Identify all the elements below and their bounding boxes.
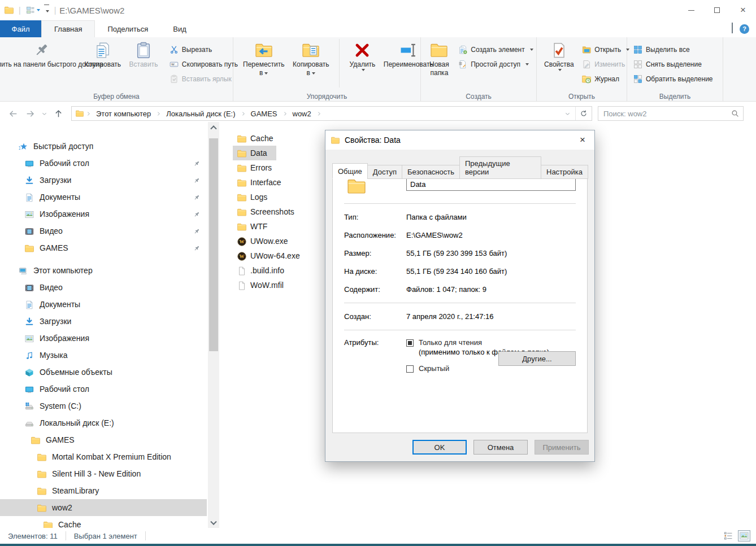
forward-button[interactable] xyxy=(21,106,38,121)
easy-access-button[interactable]: Простой доступ xyxy=(457,58,535,70)
scrollbar-thumb[interactable] xyxy=(209,138,218,351)
tab-view[interactable]: Вид xyxy=(160,20,199,37)
select-none-button[interactable]: Снять выделение xyxy=(632,58,715,70)
new-folder-button[interactable]: Новая папка xyxy=(427,39,452,78)
cut-button[interactable]: Вырезать xyxy=(168,43,240,55)
tree-item[interactable]: Mortal Kombat X Premium Edition xyxy=(0,448,207,465)
tree-item[interactable]: Видео xyxy=(0,279,207,296)
maximize-button[interactable] xyxy=(704,0,730,20)
property-label: На диске: xyxy=(344,267,406,276)
pin-to-quick-access-button[interactable]: Закрепить на панели быстрого доступа xyxy=(3,39,79,70)
tree-item[interactable]: Объемные объекты xyxy=(0,364,207,381)
help-button[interactable]: ? xyxy=(740,24,749,34)
details-view-button[interactable] xyxy=(722,530,735,541)
tab-file[interactable]: Файл xyxy=(0,20,41,37)
tree-item[interactable]: wow2 xyxy=(0,499,207,516)
dialog-tab[interactable]: Доступ xyxy=(367,165,402,179)
paste-shortcut-button[interactable]: Вставить ярлык xyxy=(168,73,240,85)
properties-button[interactable]: Свойства xyxy=(541,39,577,72)
qat-view-button[interactable] xyxy=(26,6,40,15)
back-button[interactable] xyxy=(5,106,21,121)
tree-item[interactable]: Видео xyxy=(0,222,207,239)
tree-scrollbar[interactable] xyxy=(208,122,219,528)
tree-item[interactable]: Документы xyxy=(0,296,207,313)
tree-item[interactable]: Быстрый доступ xyxy=(0,138,207,155)
file-item[interactable]: WTF xyxy=(233,219,276,234)
dialog-title-bar[interactable]: Свойства: Data xyxy=(325,130,594,150)
tab-home[interactable]: Главная xyxy=(41,20,95,37)
up-button[interactable] xyxy=(50,106,67,121)
address-bar[interactable]: Этот компьютер Локальный диск (E:) GAMES… xyxy=(71,106,592,121)
tree-item[interactable]: GAMES xyxy=(0,431,207,448)
tree-item[interactable]: Загрузки xyxy=(0,313,207,330)
history-button[interactable]: Журнал xyxy=(580,73,631,85)
folder-name-field[interactable] xyxy=(406,177,576,191)
copy-path-button[interactable]: Скопировать путь xyxy=(168,58,240,70)
open-button[interactable]: Открыть xyxy=(580,43,631,55)
edit-button[interactable]: Изменить xyxy=(580,58,631,70)
collapse-ribbon-button[interactable] xyxy=(732,24,733,34)
breadcrumb-item[interactable]: wow2 xyxy=(288,107,321,120)
new-item-button[interactable]: Создать элемент xyxy=(457,43,535,55)
ok-button[interactable]: OK xyxy=(412,440,467,455)
close-button[interactable]: × xyxy=(730,0,756,20)
tree-item[interactable]: Изображения xyxy=(0,206,207,222)
tree-item[interactable]: GAMES xyxy=(0,239,207,256)
address-dropdown-button[interactable] xyxy=(559,107,575,120)
file-item[interactable]: WoW.mfil xyxy=(233,278,293,292)
tree-item[interactable]: Локальный диск (E:) xyxy=(0,414,207,431)
search-input[interactable] xyxy=(602,109,731,119)
scroll-up-button[interactable] xyxy=(208,122,219,132)
recent-locations-button[interactable] xyxy=(38,106,50,121)
cancel-button[interactable]: Отмена xyxy=(473,440,528,455)
file-item[interactable]: Screenshots xyxy=(233,204,303,219)
breadcrumb-item[interactable]: Этот компьютер xyxy=(91,107,161,120)
tree-item[interactable]: Музыка xyxy=(0,347,207,364)
tree-item[interactable]: Рабочий стол xyxy=(0,381,207,398)
move-to-button[interactable]: Переместить в xyxy=(240,39,288,78)
search-icon[interactable] xyxy=(731,110,739,117)
tree-item[interactable]: Изображения xyxy=(0,330,207,347)
select-all-button[interactable]: Выделить все xyxy=(632,43,715,55)
tree-item[interactable]: Cache xyxy=(0,516,207,528)
tab-share[interactable]: Поделиться xyxy=(95,20,160,37)
refresh-button[interactable] xyxy=(576,107,592,120)
tree-item[interactable]: Загрузки xyxy=(0,172,207,189)
dialog-tab[interactable]: Настройка xyxy=(541,165,588,179)
tree-item[interactable]: SteamLibrary xyxy=(0,482,207,499)
other-attributes-button[interactable]: Другие... xyxy=(498,351,576,366)
copy-button[interactable]: Копировать xyxy=(81,39,124,70)
breadcrumb-item[interactable]: GAMES xyxy=(246,107,288,120)
invert-selection-button[interactable]: Обратить выделение xyxy=(632,73,715,85)
tree-item[interactable]: Этот компьютер xyxy=(0,262,207,279)
file-item[interactable]: Interface xyxy=(233,175,290,190)
dialog-tab[interactable]: Безопасность xyxy=(402,165,460,179)
file-item[interactable]: UWow.exe xyxy=(233,234,297,248)
readonly-checkbox-row[interactable]: Только для чтения xyxy=(406,338,549,347)
breadcrumb-item[interactable]: Локальный диск (E:) xyxy=(161,107,245,120)
file-item[interactable]: Errors xyxy=(233,160,281,175)
hidden-checkbox[interactable] xyxy=(406,365,414,373)
scroll-down-button[interactable] xyxy=(208,518,219,528)
dialog-close-button[interactable]: × xyxy=(571,130,594,150)
minimize-button[interactable] xyxy=(678,0,704,20)
dialog-tab[interactable]: Предыдущие версии xyxy=(459,156,541,179)
delete-button[interactable]: Удалить xyxy=(347,39,379,72)
readonly-checkbox[interactable] xyxy=(406,339,414,347)
dialog-tab[interactable]: Общие xyxy=(332,163,368,179)
tree-item[interactable]: Документы xyxy=(0,189,207,206)
tree-item[interactable]: Silent Hill 3 - New Edition xyxy=(0,465,207,482)
file-item[interactable]: Data xyxy=(233,146,276,160)
paste-button[interactable]: Вставить xyxy=(127,39,161,70)
file-item[interactable]: Cache xyxy=(233,131,282,146)
file-item[interactable]: Logs xyxy=(233,190,276,204)
file-item[interactable]: .build.info xyxy=(233,263,293,278)
tree-item[interactable]: Рабочий стол xyxy=(0,155,207,172)
copy-to-button[interactable]: Копировать в xyxy=(290,39,332,78)
customize-qat-button[interactable] xyxy=(44,5,49,16)
file-item[interactable]: UWow-64.exe xyxy=(233,248,309,263)
tree-item[interactable]: System (C:) xyxy=(0,398,207,414)
thumbnails-view-button[interactable] xyxy=(738,530,750,541)
chevron-down-icon xyxy=(564,111,571,117)
apply-button[interactable]: Применить xyxy=(535,440,589,455)
